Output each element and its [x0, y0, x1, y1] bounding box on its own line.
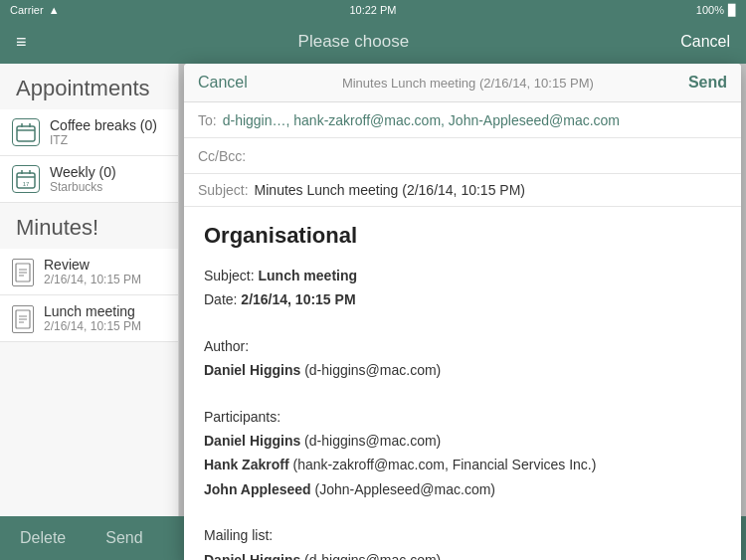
- date-line: Date: 2/16/14, 10:15 PM: [204, 288, 721, 310]
- sidebar-item-coffee[interactable]: Coffee breaks (0) ITZ: [0, 109, 178, 156]
- date-field-value: 2/16/14, 10:15 PM: [241, 291, 355, 307]
- header: ≡ Please choose Cancel: [0, 20, 746, 64]
- subject-field[interactable]: Subject: Minutes Lunch meeting (2/16/14,…: [184, 174, 741, 207]
- send-toolbar-button[interactable]: Send: [105, 529, 142, 547]
- author-email: (d-higgins@mac.com): [304, 362, 441, 378]
- sidebar-item-review[interactable]: Review 2/16/14, 10:15 PM: [0, 249, 178, 295]
- modal-overlay: Cancel Minutes Lunch meeting (2/16/14, 1…: [179, 64, 746, 516]
- appointments-section-title: Appointments: [0, 64, 178, 109]
- author-label: Author:: [204, 335, 721, 357]
- weekly-item-sub: Starbucks: [50, 180, 116, 194]
- participant-0: Daniel Higgins (d-higgins@mac.com): [204, 430, 721, 452]
- to-value: d-higgin…, hank-zakroff@mac.com, John-Ap…: [223, 112, 620, 128]
- sidebar-item-lunch[interactable]: Lunch meeting 2/16/14, 10:15 PM: [0, 295, 178, 342]
- modal-subject-preview: Minutes Lunch meeting (2/16/14, 10:15 PM…: [248, 76, 688, 91]
- mailing-0: Daniel Higgins (d-higgins@mac.com): [204, 549, 721, 560]
- participants-label: Participants:: [204, 406, 721, 428]
- review-doc-name: Review: [44, 257, 141, 273]
- modal-org-title: Organisational: [204, 223, 721, 249]
- status-bar-time: 10:22 PM: [349, 4, 396, 16]
- subject-line: Subject: Lunch meeting: [204, 265, 721, 286]
- battery-percent: 100%: [696, 4, 724, 16]
- main-content: Appointments Coffee breaks (0) ITZ: [0, 64, 746, 516]
- modal-send-button[interactable]: Send: [688, 74, 727, 92]
- battery-icon: ▉: [728, 4, 736, 17]
- author-value: Daniel Higgins (d-higgins@mac.com): [204, 359, 721, 381]
- participants-section: Participants: Daniel Higgins (d-higgins@…: [204, 406, 721, 501]
- review-doc-date: 2/16/14, 10:15 PM: [44, 273, 141, 286]
- to-field[interactable]: To: d-higgin…, hank-zakroff@mac.com, Joh…: [184, 102, 741, 138]
- doc-icon-review: [12, 259, 34, 286]
- header-cancel-button[interactable]: Cancel: [680, 33, 730, 51]
- status-bar-right: 100% ▉: [696, 4, 736, 17]
- svg-text:17: 17: [23, 181, 30, 187]
- calendar-icon-coffee: [12, 118, 40, 146]
- sidebar-item-weekly[interactable]: 17 Weekly (0) Starbucks: [0, 156, 178, 203]
- header-title: Please choose: [298, 32, 410, 52]
- mailing-list-label: Mailing list:: [204, 524, 721, 546]
- lunch-doc-date: 2/16/14, 10:15 PM: [44, 319, 141, 333]
- sidebar: Appointments Coffee breaks (0) ITZ: [0, 64, 179, 516]
- review-doc-text: Review 2/16/14, 10:15 PM: [44, 257, 141, 286]
- menu-icon[interactable]: ≡: [16, 32, 27, 53]
- modal-header: Cancel Minutes Lunch meeting (2/16/14, 1…: [184, 64, 741, 102]
- date-field-label: Date:: [204, 291, 241, 307]
- cc-bcc-label: Cc/Bcc:: [198, 148, 246, 164]
- participant-1: Hank Zakroff (hank-zakroff@mac.com, Fina…: [204, 454, 721, 475]
- subject-value: Minutes Lunch meeting (2/16/14, 10:15 PM…: [255, 182, 525, 198]
- sidebar-item-coffee-text: Coffee breaks (0) ITZ: [50, 117, 157, 147]
- lunch-doc-text: Lunch meeting 2/16/14, 10:15 PM: [44, 303, 141, 333]
- participant-2: John Appleseed (John-Appleseed@mac.com): [204, 478, 721, 500]
- to-label: To:: [198, 112, 217, 128]
- cc-bcc-field[interactable]: Cc/Bcc:: [184, 138, 741, 174]
- coffee-item-name: Coffee breaks (0): [50, 117, 157, 133]
- modal-cancel-button[interactable]: Cancel: [198, 74, 248, 92]
- svg-rect-0: [17, 126, 35, 141]
- author-name: Daniel Higgins: [204, 362, 300, 378]
- carrier-label: Carrier: [10, 4, 44, 16]
- wifi-icon: ▲: [49, 4, 60, 16]
- modal-body: Organisational Subject: Lunch meeting Da…: [184, 207, 741, 560]
- meeting-details-section: Subject: Lunch meeting Date: 2/16/14, 10…: [204, 265, 721, 311]
- subject-field-label: Subject:: [204, 268, 258, 283]
- subject-label: Subject:: [198, 182, 249, 198]
- minutes-section-title: Minutes!: [0, 203, 178, 249]
- delete-button[interactable]: Delete: [20, 529, 66, 547]
- doc-icon-lunch: [12, 305, 34, 333]
- status-bar: Carrier ▲ 10:22 PM 100% ▉: [0, 0, 746, 20]
- right-area: ✓ Cancel Minutes Lunch meeting (2/16/14,…: [179, 64, 746, 516]
- status-bar-left: Carrier ▲: [10, 4, 60, 16]
- author-section: Author: Daniel Higgins (d-higgins@mac.co…: [204, 335, 721, 382]
- coffee-item-sub: ITZ: [50, 133, 157, 147]
- sidebar-item-weekly-text: Weekly (0) Starbucks: [50, 164, 116, 194]
- compose-modal: Cancel Minutes Lunch meeting (2/16/14, 1…: [184, 64, 741, 560]
- weekly-item-name: Weekly (0): [50, 164, 116, 180]
- mailing-list-section: Mailing list: Daniel Higgins (d-higgins@…: [204, 524, 721, 560]
- calendar-icon-weekly: 17: [12, 165, 40, 193]
- subject-field-value: Lunch meeting: [258, 268, 357, 283]
- lunch-doc-name: Lunch meeting: [44, 303, 141, 319]
